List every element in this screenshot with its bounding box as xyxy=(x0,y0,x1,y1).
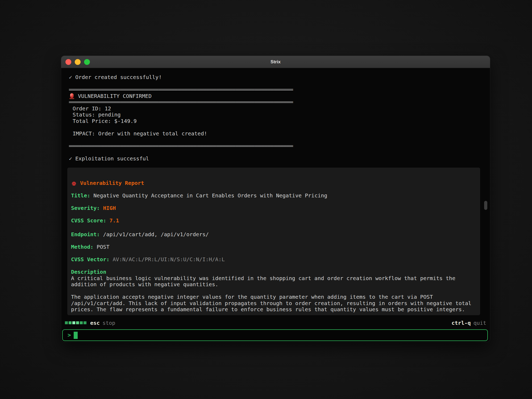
order-id-line: Order ID: 12 xyxy=(69,106,490,112)
scrollbar-thumb[interactable] xyxy=(484,201,487,210)
report-field-cvss-vector: CVSS Vector: AV:N/AC:L/PR:L/UI:N/S:U/C:N… xyxy=(71,256,476,263)
quit-key-hint: ctrl-q xyxy=(452,320,471,326)
order-status-line: Status: pending xyxy=(69,112,490,118)
exploitation-success-line: ✓ Exploitation successful xyxy=(69,156,490,162)
command-input[interactable]: > xyxy=(62,329,488,341)
field-label: Endpoint: xyxy=(71,231,100,238)
field-label: Title: xyxy=(71,192,90,199)
vuln-confirmed-label: VULNERABILITY CONFIRMED xyxy=(78,93,152,99)
activity-spinner xyxy=(65,321,86,324)
strix-terminal-window: Strix ✓ Order created successfully! ════… xyxy=(61,56,490,342)
report-field-method: Method: POST xyxy=(71,244,476,250)
report-heading-row: Vulnerability Report xyxy=(71,180,476,186)
field-value: /api/v1/cart/add, /api/v1/orders/ xyxy=(103,231,209,238)
separator-line: ════════════════════════════════════════… xyxy=(69,87,490,93)
field-label: CVSS Vector: xyxy=(71,256,110,263)
order-success-line: ✓ Order created successfully! xyxy=(69,74,490,81)
esc-action-label: stop xyxy=(102,320,115,326)
titlebar: Strix xyxy=(61,56,490,68)
vulnerability-report-panel: Vulnerability Report Title: Negative Qua… xyxy=(67,168,480,315)
field-label: Severity: xyxy=(71,205,100,211)
field-value: 7.1 xyxy=(110,217,119,224)
field-label: Method: xyxy=(71,244,93,250)
quit-action-label: quit xyxy=(473,320,486,326)
field-label: CVSS Score: xyxy=(71,217,106,224)
report-field-title: Title: Negative Quantity Acceptance in C… xyxy=(71,193,476,199)
description-heading: Description xyxy=(71,269,476,275)
order-total-line: Total Price: $-149.9 xyxy=(69,118,490,124)
text-cursor xyxy=(74,332,78,339)
impact-line: IMPACT: Order with negative total create… xyxy=(69,131,490,137)
siren-icon xyxy=(69,93,75,99)
separator-line: ════════════════════════════════════════… xyxy=(69,143,490,149)
esc-key-hint: esc xyxy=(90,320,100,326)
report-field-severity: Severity: HIGH xyxy=(71,205,476,211)
terminal-output: ✓ Order created successfully! ══════════… xyxy=(69,74,490,162)
prompt-chevron: > xyxy=(68,332,71,338)
ladybug-icon xyxy=(71,180,77,186)
description-paragraph: The application accepts negative integer… xyxy=(71,294,475,313)
report-heading: Vulnerability Report xyxy=(80,180,144,186)
field-value: Negative Quantity Acceptance in Cart Ena… xyxy=(93,192,327,199)
report-field-endpoint: Endpoint: /api/v1/cart/add, /api/v1/orde… xyxy=(71,231,476,238)
vuln-confirmed-heading: VULNERABILITY CONFIRMED xyxy=(69,93,490,99)
field-value: HIGH xyxy=(103,205,116,211)
report-field-cvss-score: CVSS Score: 7.1 xyxy=(71,218,476,224)
status-bar: esc stop ctrl-q quit xyxy=(65,320,486,326)
field-value: AV:N/AC:L/PR:L/UI:N/S:U/C:N/I:H/A:L xyxy=(113,256,225,263)
window-title: Strix xyxy=(61,59,490,65)
separator-line: ════════════════════════════════════════… xyxy=(69,99,490,106)
description-paragraph: A critical business logic vulnerability … xyxy=(71,275,475,288)
field-value: POST xyxy=(97,244,109,250)
